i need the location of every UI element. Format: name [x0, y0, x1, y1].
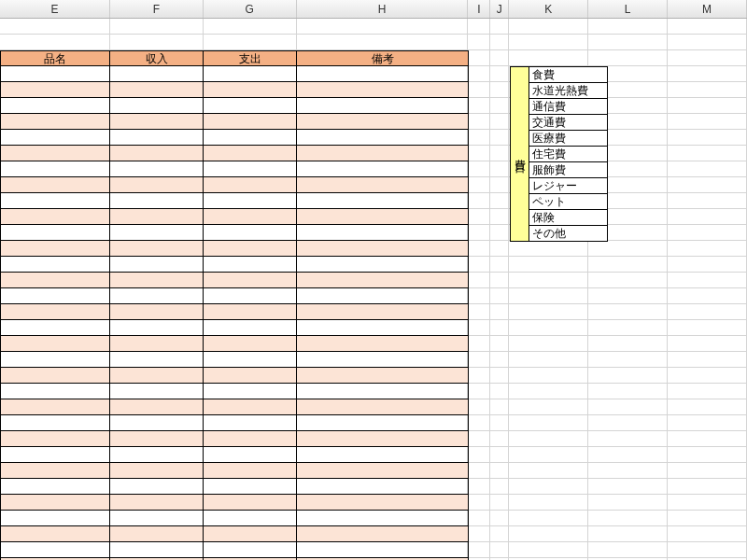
cell[interactable]: [468, 399, 490, 415]
table-cell[interactable]: [110, 463, 204, 479]
cell[interactable]: [490, 209, 509, 225]
table-cell[interactable]: [204, 257, 297, 273]
cell[interactable]: [490, 288, 509, 304]
cell[interactable]: [468, 241, 490, 257]
table-cell[interactable]: [0, 241, 110, 257]
column-header-F[interactable]: F: [110, 0, 204, 18]
table-cell[interactable]: [204, 98, 297, 114]
table-cell[interactable]: [204, 241, 297, 257]
table-cell[interactable]: [0, 66, 110, 82]
cell[interactable]: [490, 177, 509, 193]
table-cell[interactable]: [110, 526, 204, 542]
table-cell[interactable]: [0, 98, 110, 114]
table-cell[interactable]: [204, 209, 297, 225]
table-cell[interactable]: [297, 66, 469, 82]
cell[interactable]: [490, 50, 509, 66]
cell[interactable]: [468, 82, 490, 98]
table-cell[interactable]: [0, 130, 110, 146]
list-item[interactable]: レジャー: [529, 178, 608, 194]
cell[interactable]: [490, 431, 509, 447]
cell[interactable]: [588, 241, 668, 257]
table-cell[interactable]: [0, 463, 110, 479]
table-cell[interactable]: [110, 415, 204, 431]
table-cell[interactable]: [204, 431, 297, 447]
list-item[interactable]: 通信費: [529, 99, 608, 115]
table-cell[interactable]: [110, 241, 204, 257]
cell[interactable]: [509, 463, 588, 479]
cell[interactable]: [490, 225, 509, 241]
cell[interactable]: [509, 19, 588, 35]
table-cell[interactable]: [0, 384, 110, 399]
table-cell[interactable]: [110, 98, 204, 114]
cell[interactable]: [468, 511, 490, 526]
cell[interactable]: [588, 384, 668, 399]
cell[interactable]: [509, 241, 588, 257]
table-cell[interactable]: [297, 431, 469, 447]
cell[interactable]: [509, 257, 588, 273]
table-cell[interactable]: [0, 193, 110, 209]
cell[interactable]: [468, 130, 490, 146]
cell[interactable]: [588, 336, 668, 352]
column-header-H[interactable]: H: [297, 0, 469, 18]
cell[interactable]: [668, 447, 747, 463]
column-header-K[interactable]: K: [509, 0, 588, 18]
cell[interactable]: [490, 495, 509, 511]
cell[interactable]: [668, 98, 747, 114]
cell[interactable]: [668, 399, 747, 415]
cell[interactable]: [668, 415, 747, 431]
table-cell[interactable]: [204, 273, 297, 288]
cell[interactable]: [588, 542, 668, 558]
list-item[interactable]: 交通費: [529, 115, 608, 131]
cell[interactable]: [490, 368, 509, 384]
list-item[interactable]: 服飾費: [529, 162, 608, 178]
table-cell[interactable]: [297, 526, 469, 542]
cell[interactable]: [509, 35, 588, 50]
cell[interactable]: [490, 542, 509, 558]
table-cell[interactable]: [204, 368, 297, 384]
table-cell[interactable]: [297, 241, 469, 257]
table-cell[interactable]: [0, 542, 110, 558]
table-cell[interactable]: [204, 352, 297, 368]
cell[interactable]: [490, 193, 509, 209]
table-cell[interactable]: [110, 511, 204, 526]
table-cell[interactable]: [204, 193, 297, 209]
cell[interactable]: [468, 273, 490, 288]
cell[interactable]: [468, 35, 490, 50]
cell[interactable]: [468, 352, 490, 368]
cell[interactable]: [468, 304, 490, 320]
cell[interactable]: [490, 114, 509, 130]
cell[interactable]: [468, 114, 490, 130]
table-cell[interactable]: [0, 82, 110, 98]
table-cell[interactable]: [0, 114, 110, 130]
grid-area[interactable]: 品名収入支出備考 費目 食費水道光熱費通信費交通費医療費住宅費服飾費レジャーペッ…: [0, 19, 747, 560]
cell[interactable]: [668, 320, 747, 336]
cell[interactable]: [468, 193, 490, 209]
cell[interactable]: [668, 146, 747, 161]
table-cell[interactable]: [297, 146, 469, 161]
table-cell[interactable]: [297, 447, 469, 463]
cell[interactable]: [468, 50, 490, 66]
table-cell[interactable]: [204, 161, 297, 177]
cell[interactable]: [668, 50, 747, 66]
table-cell[interactable]: [204, 336, 297, 352]
cell[interactable]: [509, 384, 588, 399]
table-cell[interactable]: [0, 146, 110, 161]
cell[interactable]: [490, 98, 509, 114]
table-cell[interactable]: [0, 415, 110, 431]
cell[interactable]: [468, 225, 490, 241]
table-cell[interactable]: [297, 399, 469, 415]
table-cell[interactable]: [110, 114, 204, 130]
cell[interactable]: [509, 304, 588, 320]
table-cell[interactable]: [0, 526, 110, 542]
cell[interactable]: [468, 336, 490, 352]
table-cell[interactable]: [297, 161, 469, 177]
table-cell[interactable]: [297, 114, 469, 130]
table-cell[interactable]: [204, 130, 297, 146]
table-cell[interactable]: [297, 193, 469, 209]
table-cell[interactable]: [110, 542, 204, 558]
cell[interactable]: [490, 66, 509, 82]
table-cell[interactable]: [204, 177, 297, 193]
table-cell[interactable]: [0, 304, 110, 320]
table-cell[interactable]: [297, 495, 469, 511]
table-cell[interactable]: [204, 399, 297, 415]
